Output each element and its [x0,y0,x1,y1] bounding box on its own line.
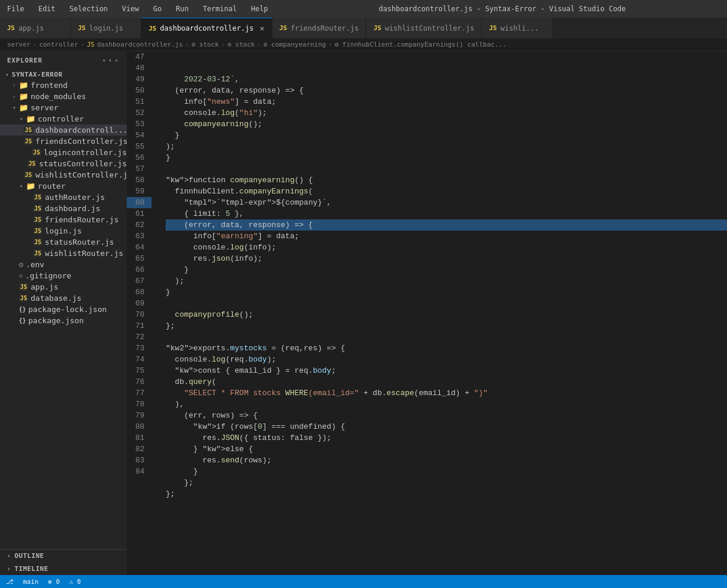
js-file-icon: JS [19,283,28,291]
git-branch-label: main [23,578,39,586]
sidebar-item-authrouter[interactable]: JS authRouter.js [0,192,127,203]
sidebar-item-wishlistrouter[interactable]: JS wishlistRouter.js [0,248,127,259]
file-label-package-lock: package-lock.json [28,305,107,314]
outline-label: OUTLINE [15,552,44,560]
sidebar-item-wishlistcontroller[interactable]: JS wishlistController.js [0,169,127,180]
error-count: ⊗ 0 [48,578,60,586]
file-label-env: .env [26,260,44,269]
sidebar-item-package[interactable]: {} package.json [0,315,127,326]
breadcrumb-server[interactable]: server [7,41,31,48]
breadcrumb-stock1[interactable]: ⚙ stock [192,41,219,48]
js-icon: JS [373,24,381,32]
js-icon: JS [489,24,496,32]
explorer-header: EXPLORER ··· [0,51,127,70]
sidebar-item-server[interactable]: ▾ 📁 server [0,102,127,113]
js-file-icon: JS [27,160,37,167]
sidebar-item-frontend[interactable]: › 📁 frontend [0,80,127,91]
breadcrumb-companyearning[interactable]: ⚙ companyearning [264,41,326,48]
js-file-icon: JS [24,171,33,179]
sidebar-item-friendsrouter[interactable]: JS friendsRouter.js [0,214,127,225]
sidebar-item-env[interactable]: ⚙ .env [0,259,127,270]
sidebar-item-dashboard[interactable]: JS dashboard.js [0,203,127,214]
file-label-wishlistrouter: wishlistRouter.js [45,249,123,258]
menu-view[interactable]: View [120,4,142,14]
js-file-icon: JS [32,149,41,156]
menu-edit[interactable]: Edit [36,4,58,14]
git-branch-icon: ⎇ [6,578,14,586]
menu-file[interactable]: File [5,4,27,14]
tab-label: wishlistController.js [385,24,475,32]
explorer-menu-button[interactable]: ··· [101,55,120,66]
folder-label-controller: controller [38,114,84,123]
file-label-statusrouter: statusRouter.js [45,238,114,247]
sidebar-item-friendscontroller[interactable]: JS friendsController.js [0,136,127,147]
sidebar-item-gitignore[interactable]: ◇ .gitignore [0,270,127,281]
timeline-panel[interactable]: › TIMELINE [0,562,127,575]
js-file-icon: JS [24,126,33,134]
tab-friendsrouter[interactable]: JS friendsRouter.js [272,18,367,38]
breadcrumb-stock2[interactable]: ⚙ stock [228,41,255,48]
js-file-icon: JS [33,249,42,257]
sidebar-item-statuscontroller[interactable]: JS statusController.js [0,158,127,169]
sidebar-item-controller[interactable]: ▾ 📁 controller [0,113,127,124]
menu-terminal[interactable]: Terminal [200,4,239,14]
menu-selection[interactable]: Selection [67,4,110,14]
breadcrumb: server › controller › JS dashboardcontro… [0,38,727,51]
tab-wishlist2[interactable]: JS wishli... [482,18,552,38]
file-label-statuscontroller: statusController.js [39,159,127,168]
tab-label: friendsRouter.js [291,24,359,32]
js-file-icon: JS [33,193,42,201]
js-icon: JS [78,24,85,32]
menu-run[interactable]: Run [173,4,191,14]
file-label-package: package.json [28,316,84,325]
breadcrumb-callback[interactable]: ⚙ finnhubClient.companyEarnings() callba… [334,41,506,48]
tab-wishlistcontroller[interactable]: JS wishlistController.js [366,18,482,38]
file-label-dashboardcontroller: dashboardcontroll... [35,126,127,134]
sidebar-item-node-modules[interactable]: › 📁 node_modules [0,91,127,102]
menu-help[interactable]: Help [249,4,271,14]
json-icon: {} [19,317,26,324]
json-icon: {} [19,306,26,313]
warning-count: ⚠ 0 [69,578,81,586]
sidebar-item-app[interactable]: JS app.js [0,281,127,293]
timeline-label: TIMELINE [15,565,48,573]
sidebar-item-login[interactable]: JS login.js [0,225,127,236]
tab-label: dashboardcontroller.js [160,24,254,32]
outline-panel[interactable]: › OUTLINE [0,549,127,562]
folder-label-frontend: frontend [31,81,68,90]
sidebar-item-package-lock[interactable]: {} package-lock.json [0,304,127,315]
sidebar-item-syntax-error[interactable]: ▾ SYNTAX-ERROR [0,70,127,80]
line-numbers: 4748495051525354555657585960616263646566… [127,51,156,575]
js-file-icon: JS [24,137,33,145]
status-bar: ⎇ main ⊗ 0 ⚠ 0 [0,575,727,588]
breadcrumb-file[interactable]: JS [87,41,94,48]
tab-label: wishli... [501,24,539,32]
sidebar-item-database[interactable]: JS database.js [0,293,127,304]
window-title: dashboardcontroller.js - Syntax-Error - … [282,5,722,13]
js-file-icon: JS [33,238,42,246]
tab-app[interactable]: JS app.js [0,18,71,38]
code-content[interactable]: 2022-03-12`, (error, data, response) => … [156,51,727,575]
code-editor[interactable]: 4748495051525354555657585960616263646566… [127,51,727,575]
tab-dashboardcontroller[interactable]: JS dashboardcontroller.js × [142,18,272,38]
js-file-icon: JS [19,294,28,302]
sidebar-item-dashboardcontroller[interactable]: JS dashboardcontroll... [0,124,127,136]
root-folder-label: SYNTAX-ERROR [12,71,62,78]
breadcrumb-controller[interactable]: controller [39,41,78,48]
sidebar-item-router[interactable]: ▾ 📁 router [0,180,127,192]
gear-icon: ⚙ [19,260,24,269]
folder-label-node-modules: node_modules [31,92,86,101]
tab-login[interactable]: JS login.js [71,18,142,38]
breadcrumb-filename[interactable]: dashboardcontroller.js [97,41,183,48]
js-icon: JS [7,24,15,32]
git-icon: ◇ [19,272,23,280]
file-label-authrouter: authRouter.js [45,193,105,202]
file-label-app: app.js [31,282,58,291]
file-label-database: database.js [31,294,81,303]
js-file-icon: JS [33,205,42,212]
close-tab-button[interactable]: × [259,24,264,33]
outline-chevron-icon: › [7,553,11,559]
sidebar-item-statusrouter[interactable]: JS statusRouter.js [0,236,127,248]
menu-go[interactable]: Go [151,4,164,14]
sidebar-item-logincontroller[interactable]: JS logincontroller.js [0,147,127,158]
